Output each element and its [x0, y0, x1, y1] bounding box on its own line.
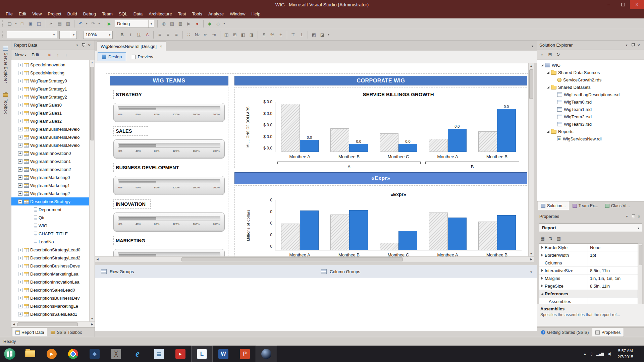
expand-icon[interactable]: + [18, 143, 22, 147]
taskbar-media-red[interactable]: ▸ [170, 346, 191, 362]
report-data-item-wigteammarketing2[interactable]: +WigTeamMarketing2 [11, 189, 89, 197]
scroll-down-icon[interactable]: ▼ [529, 251, 534, 256]
pin-icon[interactable] [632, 214, 635, 219]
solution-item-servicegrowth2-rds[interactable]: ServiceGrowth2.rds [537, 76, 644, 83]
collapse-icon[interactable]: − [18, 199, 22, 204]
menu-team[interactable]: Team [99, 9, 116, 18]
scrollbar-thumb[interactable] [90, 67, 94, 140]
property-row-references[interactable]: References [539, 290, 638, 298]
property-row-columns[interactable]: Columns [539, 259, 638, 267]
align-left-icon[interactable]: ≡ [156, 31, 164, 39]
wig-teams-header[interactable]: WIG TEAMS [110, 76, 228, 85]
property-row-margins[interactable]: Margins1in, 1in, 1in, 1in [539, 275, 638, 282]
report-data-item-wigteambusinessdevelo[interactable]: +WigTeamBusinessDevelo [11, 125, 89, 133]
properties-grid[interactable]: BorderStyleNoneBorderWidth1ptColumnsInte… [539, 243, 638, 306]
right-bottom-tab-getting-started-ssis[interactable]: Getting Started (SSIS) [538, 328, 592, 337]
menu-edit[interactable]: Edit [16, 9, 29, 18]
menu-test[interactable]: Test [175, 9, 189, 18]
chevron-down-icon[interactable]: ▾ [148, 20, 154, 27]
column-groups-label[interactable]: Column Groups [330, 269, 360, 274]
new-file-icon[interactable]: ▢ [6, 20, 14, 28]
fill-color-icon[interactable]: ◧ [239, 31, 247, 39]
vertical-scrollbar[interactable] [638, 243, 643, 306]
border-color-icon[interactable]: ◨ [248, 31, 256, 39]
right-tab-class-vi[interactable]: Class Vi... [602, 201, 633, 210]
report-data-item-wigteamstrategy2[interactable]: +WigTeamStrategy2 [11, 93, 89, 101]
maximize-button[interactable] [616, 0, 630, 9]
taskbar-app-blue[interactable]: ◆ [84, 346, 105, 362]
expand-icon[interactable] [541, 246, 543, 249]
close-icon[interactable] [636, 214, 642, 220]
property-row-borderstyle[interactable]: BorderStyleNone [539, 244, 638, 251]
design-vertical-scrollbar[interactable]: ▲ ▼ [528, 63, 534, 256]
currency-format-icon[interactable]: $ [260, 31, 268, 39]
menu-data[interactable]: Data [130, 9, 146, 18]
close-button[interactable] [630, 0, 644, 9]
taskbar-internet-explorer[interactable]: e [127, 346, 148, 362]
bottom-tab-report-data[interactable]: Report Data [12, 328, 47, 337]
new-item-button[interactable]: New [13, 52, 28, 58]
find-icon[interactable]: ◎ [160, 20, 168, 28]
edit-button[interactable]: Edit... [30, 52, 44, 58]
taskbar-file-explorer[interactable] [19, 346, 41, 362]
expand-icon[interactable]: + [18, 312, 22, 316]
borders-icon[interactable]: ⊞ [231, 31, 239, 39]
alphabetical-icon[interactable]: ⇅ [547, 235, 554, 242]
solution-item-wigservicesnew-rdl[interactable]: WigServicesNew.rdl [537, 135, 644, 142]
expand-icon[interactable]: + [18, 248, 22, 252]
property-value[interactable] [634, 290, 638, 297]
report-data-item-speedoinnovation[interactable]: +SpeedoInnovation [11, 61, 89, 69]
scrollbar-thumb[interactable] [17, 322, 78, 326]
linear-gauge[interactable]: 0%40%80%120%160%200% [113, 249, 225, 256]
align-center-icon[interactable]: ≡ [164, 31, 172, 39]
menu-window[interactable]: Window [227, 9, 248, 18]
toolbar-options-dropdown-icon[interactable]: ▾ [222, 20, 226, 28]
expand-icon[interactable]: + [18, 111, 22, 115]
collapse-icon[interactable] [547, 71, 549, 74]
expand-icon[interactable] [541, 285, 543, 287]
document-list-chevron-icon[interactable] [532, 43, 533, 48]
menu-debug[interactable]: Debug [80, 9, 99, 18]
package-icon[interactable]: ◇ [214, 20, 222, 28]
start-button[interactable] [0, 346, 19, 362]
report-data-item-wigteamsales0[interactable]: +WigTeamSales0 [11, 101, 89, 109]
font-color-icon[interactable]: A [143, 31, 151, 39]
property-value[interactable]: 1pt [588, 251, 638, 259]
network-icon[interactable]: ▂▄▆ [596, 352, 603, 356]
grouping-pane-body[interactable] [95, 278, 537, 331]
scroll-right-icon[interactable]: ▶ [90, 322, 95, 327]
redo-dropdown-icon[interactable]: ▾ [97, 20, 101, 28]
expand-icon[interactable]: + [18, 103, 22, 107]
toolbar-options-2-dropdown-icon[interactable]: ▾ [327, 31, 330, 39]
bottom-tab-ssis-toolbox[interactable]: SSIS Toolbox [47, 328, 85, 337]
pin-icon[interactable] [82, 43, 85, 48]
menu-help[interactable]: Help [248, 9, 263, 18]
window-position-icon[interactable] [624, 214, 630, 220]
design-mode-button[interactable]: Design [98, 52, 126, 61]
horizontal-scrollbar[interactable]: ◀ ▶ [11, 321, 95, 327]
menu-tools[interactable]: Tools [189, 9, 205, 18]
report-data-item-descriptionbusinessdeve[interactable]: +DescriptionBusinessDeve [11, 262, 89, 270]
collapse-icon[interactable] [547, 130, 549, 133]
property-value[interactable]: 8.5in, 11in [588, 282, 638, 290]
solution-item-reports[interactable]: Reports [537, 128, 644, 135]
expand-icon[interactable]: + [18, 264, 22, 268]
pin-icon[interactable] [631, 43, 634, 48]
open-file-icon[interactable]: □ [18, 20, 26, 28]
zoom-combo[interactable]: 100%▾ [83, 31, 113, 39]
delete-icon[interactable] [46, 52, 52, 58]
report-data-item-descriptionstrategylead2[interactable]: +DescriptionStrategyLead2 [11, 254, 89, 262]
expand-icon[interactable]: + [18, 79, 22, 83]
report-data-item-descriptionsstrategy[interactable]: −DescriptionsStrategy [11, 197, 89, 205]
expand-icon[interactable]: + [18, 119, 22, 123]
solution-item-wigteam0-rsd[interactable]: WigTeam0.rsd [537, 98, 644, 106]
document-tab[interactable]: WigServicesNew.rdl [Design] [97, 42, 166, 51]
side-tab-toolbox[interactable]: Toolbox [0, 88, 11, 117]
expand-icon[interactable]: + [18, 151, 22, 156]
scrollbar-thumb[interactable] [529, 69, 533, 99]
grouping-options-chevron-icon[interactable] [530, 269, 532, 274]
close-icon[interactable] [636, 42, 642, 48]
properties-object-selector[interactable]: Report [539, 223, 642, 232]
merge-cells-icon[interactable]: ◫ [222, 31, 230, 39]
expand-icon[interactable]: + [18, 304, 22, 308]
